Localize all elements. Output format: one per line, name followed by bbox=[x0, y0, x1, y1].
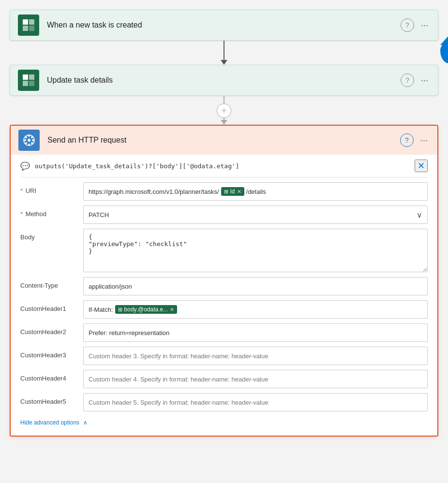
step1-icon bbox=[18, 15, 39, 36]
token-close-button[interactable]: ✕ bbox=[415, 160, 428, 172]
custom-header5-row: CustomHeader5 bbox=[20, 393, 428, 411]
connector-plus: + bbox=[217, 96, 231, 125]
header1-chip-label: body.@odata.e... bbox=[124, 306, 168, 313]
step1-help-button[interactable]: ? bbox=[401, 18, 414, 32]
step1-more-button[interactable]: ··· bbox=[419, 18, 430, 32]
svg-point-16 bbox=[24, 139, 26, 141]
svg-rect-7 bbox=[29, 81, 34, 86]
step2-more-button[interactable]: ··· bbox=[419, 73, 430, 88]
svg-point-12 bbox=[32, 139, 34, 141]
hide-advanced-link[interactable]: Hide advanced options ∧ bbox=[20, 419, 428, 426]
add-step-button[interactable]: + bbox=[217, 103, 231, 118]
connector-plus-arrow bbox=[221, 120, 227, 125]
custom-header1-row: CustomHeader1 If-Match: ⊞ body.@odata.e.… bbox=[20, 300, 428, 319]
connector1-arrow bbox=[221, 60, 227, 65]
svg-rect-3 bbox=[29, 26, 34, 31]
token-bar: 💬 outputs('Update_task_details')?['body'… bbox=[20, 155, 428, 177]
custom-header4-row: CustomHeader4 bbox=[20, 370, 428, 388]
chip-close-button[interactable]: ✕ bbox=[237, 189, 241, 195]
custom-header4-input[interactable] bbox=[83, 370, 428, 388]
step2-help-button[interactable]: ? bbox=[401, 73, 414, 87]
custom-header2-row: CustomHeader2 bbox=[20, 323, 428, 342]
svg-rect-6 bbox=[23, 81, 28, 86]
uri-label: * URI bbox=[20, 182, 83, 194]
chip-label: Id bbox=[230, 188, 235, 195]
custom-header5-input[interactable] bbox=[83, 393, 428, 411]
custom-header2-input[interactable] bbox=[83, 323, 428, 342]
uri-chip: ⊞ Id ✕ bbox=[221, 187, 244, 196]
svg-point-14 bbox=[28, 144, 30, 146]
token-chat-icon: 💬 bbox=[20, 161, 30, 171]
step3-more-button[interactable]: ··· bbox=[418, 133, 430, 147]
uri-required-star: * bbox=[20, 187, 23, 194]
method-label: * Method bbox=[20, 205, 83, 218]
custom-header3-label: CustomHeader3 bbox=[20, 347, 83, 359]
connector1-center bbox=[221, 41, 227, 65]
uri-row: * URI https://graph.microsoft.com/v1.0/p… bbox=[20, 182, 428, 201]
step1-title: When a new task is created bbox=[47, 21, 401, 29]
step3-actions: ? ··· bbox=[400, 133, 430, 147]
body-input[interactable]: { "previewType": "checklist" } bbox=[83, 229, 428, 272]
svg-point-9 bbox=[25, 136, 27, 138]
custom-header1-prefix: If-Match: bbox=[89, 306, 113, 313]
body-row: Body { "previewType": "checklist" } bbox=[20, 229, 428, 272]
token-text: outputs('Update_task_details')?['body'][… bbox=[35, 162, 415, 170]
chevron-down-icon: ∨ bbox=[417, 210, 422, 220]
step2-card: Update task details ? ··· bbox=[10, 65, 438, 96]
custom-header4-label: CustomHeader4 bbox=[20, 370, 83, 382]
custom-header1-field[interactable]: If-Match: ⊞ body.@odata.e... ✕ bbox=[83, 300, 428, 319]
step3-icon bbox=[18, 130, 40, 151]
uri-suffix: /details bbox=[246, 188, 266, 195]
content-type-label: Content-Type bbox=[20, 277, 83, 289]
droplet-indicator bbox=[440, 42, 448, 63]
svg-rect-1 bbox=[29, 19, 34, 25]
svg-point-15 bbox=[25, 142, 27, 144]
content-type-input[interactable] bbox=[83, 277, 428, 295]
step3-help-button[interactable]: ? bbox=[400, 133, 414, 147]
step1-card: When a new task is created ? ··· bbox=[10, 10, 438, 41]
step3-body: 💬 outputs('Update_task_details')?['body'… bbox=[11, 155, 437, 436]
header1-chip-close[interactable]: ✕ bbox=[170, 307, 174, 313]
step2-title: Update task details bbox=[47, 76, 401, 85]
droplet-shape bbox=[440, 42, 448, 63]
custom-header1-chip: ⊞ body.@odata.e... ✕ bbox=[115, 305, 178, 314]
custom-header5-label: CustomHeader5 bbox=[20, 393, 83, 405]
step2-actions: ? ··· bbox=[401, 73, 430, 88]
header1-chip-icon: ⊞ bbox=[118, 307, 122, 313]
uri-field[interactable]: https://graph.microsoft.com/v1.0/planner… bbox=[83, 182, 428, 201]
custom-header1-label: CustomHeader1 bbox=[20, 300, 83, 312]
svg-rect-0 bbox=[23, 19, 28, 25]
svg-point-17 bbox=[28, 139, 30, 142]
flow-container: When a new task is created ? ··· Update … bbox=[10, 10, 438, 437]
chevron-up-icon: ∧ bbox=[83, 419, 88, 426]
custom-header2-label: CustomHeader2 bbox=[20, 323, 83, 336]
connector1-line bbox=[224, 41, 224, 60]
svg-point-11 bbox=[31, 136, 33, 138]
svg-point-10 bbox=[28, 135, 30, 137]
method-required-star: * bbox=[20, 210, 23, 218]
svg-rect-2 bbox=[23, 26, 28, 31]
body-label: Body bbox=[20, 229, 83, 241]
step2-icon bbox=[18, 70, 39, 91]
uri-prefix: https://graph.microsoft.com/v1.0/planner… bbox=[89, 188, 219, 195]
svg-rect-4 bbox=[23, 74, 28, 80]
svg-rect-5 bbox=[29, 74, 34, 80]
custom-header3-input[interactable] bbox=[83, 347, 428, 365]
method-value: PATCH bbox=[89, 211, 109, 219]
connector-plus-line-top bbox=[224, 96, 224, 103]
step3-header: Send an HTTP request ? ··· bbox=[11, 126, 437, 155]
connector1 bbox=[10, 41, 438, 65]
step1-actions: ? ··· bbox=[401, 18, 430, 32]
method-row: * Method PATCH ∨ bbox=[20, 205, 428, 224]
step3-card: Send an HTTP request ? ··· 💬 outputs('Up… bbox=[10, 125, 438, 437]
step3-title: Send an HTTP request bbox=[47, 136, 400, 145]
svg-point-13 bbox=[31, 142, 33, 144]
content-type-row: Content-Type bbox=[20, 277, 428, 295]
chip-icon: ⊞ bbox=[224, 189, 228, 195]
custom-header3-row: CustomHeader3 bbox=[20, 347, 428, 365]
hide-advanced-label: Hide advanced options bbox=[20, 419, 79, 426]
method-dropdown[interactable]: PATCH ∨ bbox=[83, 205, 428, 224]
